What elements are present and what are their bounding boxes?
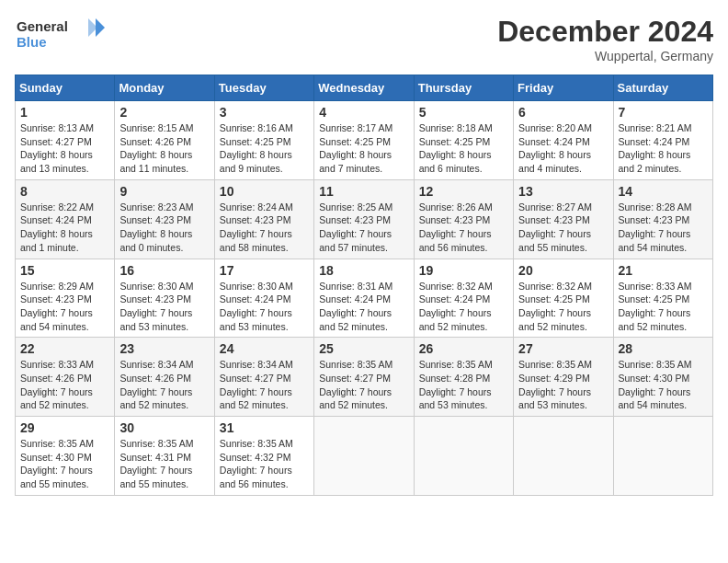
- day-number: 4: [319, 105, 408, 120]
- day-number: 16: [119, 263, 209, 278]
- calendar-cell: 14 Sunrise: 8:28 AM Sunset: 4:23 PM Dayl…: [613, 179, 712, 259]
- calendar-cell: 20 Sunrise: 8:32 AM Sunset: 4:25 PM Dayl…: [514, 259, 613, 338]
- calendar-cell: 31 Sunrise: 8:35 AM Sunset: 4:32 PM Dayl…: [214, 417, 313, 496]
- calendar-cell: 19 Sunrise: 8:32 AM Sunset: 4:24 PM Dayl…: [414, 259, 513, 338]
- calendar-cell: [514, 417, 613, 496]
- day-info: Sunrise: 8:32 AM Sunset: 4:25 PM Dayligh…: [518, 280, 608, 334]
- day-number: 1: [20, 105, 109, 120]
- day-number: 24: [220, 341, 309, 356]
- day-info: Sunrise: 8:23 AM Sunset: 4:23 PM Dayligh…: [119, 201, 209, 255]
- day-info: Sunrise: 8:34 AM Sunset: 4:26 PM Dayligh…: [119, 358, 209, 412]
- calendar-table: SundayMondayTuesdayWednesdayThursdayFrid…: [15, 75, 713, 496]
- day-number: 7: [619, 105, 708, 120]
- calendar-cell: 22 Sunrise: 8:33 AM Sunset: 4:26 PM Dayl…: [16, 338, 115, 417]
- calendar-cell: 17 Sunrise: 8:30 AM Sunset: 4:24 PM Dayl…: [214, 259, 313, 338]
- calendar-cell: 8 Sunrise: 8:22 AM Sunset: 4:24 PM Dayli…: [16, 179, 115, 259]
- header-sunday: Sunday: [16, 75, 115, 101]
- day-number: 18: [319, 263, 408, 278]
- day-number: 9: [119, 184, 209, 199]
- day-info: Sunrise: 8:21 AM Sunset: 4:24 PM Dayligh…: [619, 121, 708, 176]
- calendar-cell: [314, 417, 414, 496]
- day-info: Sunrise: 8:35 AM Sunset: 4:30 PM Dayligh…: [619, 358, 708, 412]
- day-info: Sunrise: 8:28 AM Sunset: 4:23 PM Dayligh…: [619, 201, 708, 255]
- day-info: Sunrise: 8:16 AM Sunset: 4:25 PM Dayligh…: [220, 121, 309, 176]
- calendar-cell: 28 Sunrise: 8:35 AM Sunset: 4:30 PM Dayl…: [613, 338, 712, 417]
- calendar-cell: 27 Sunrise: 8:35 AM Sunset: 4:29 PM Dayl…: [514, 338, 613, 417]
- day-number: 30: [119, 420, 209, 435]
- day-info: Sunrise: 8:17 AM Sunset: 4:25 PM Dayligh…: [319, 121, 408, 176]
- day-info: Sunrise: 8:33 AM Sunset: 4:25 PM Dayligh…: [619, 280, 708, 334]
- day-number: 5: [419, 105, 508, 120]
- calendar-cell: 10 Sunrise: 8:24 AM Sunset: 4:23 PM Dayl…: [214, 179, 313, 259]
- day-number: 25: [319, 341, 408, 356]
- calendar-cell: 3 Sunrise: 8:16 AM Sunset: 4:25 PM Dayli…: [214, 101, 313, 180]
- month-title: December 2024: [497, 15, 713, 49]
- calendar-cell: 26 Sunrise: 8:35 AM Sunset: 4:28 PM Dayl…: [414, 338, 513, 417]
- day-info: Sunrise: 8:35 AM Sunset: 4:29 PM Dayligh…: [518, 358, 608, 412]
- calendar-cell: [414, 417, 513, 496]
- day-info: Sunrise: 8:20 AM Sunset: 4:24 PM Dayligh…: [518, 121, 608, 176]
- day-info: Sunrise: 8:35 AM Sunset: 4:30 PM Dayligh…: [20, 437, 109, 491]
- calendar-cell: [613, 417, 712, 496]
- day-info: Sunrise: 8:34 AM Sunset: 4:27 PM Dayligh…: [220, 358, 309, 412]
- day-number: 22: [20, 341, 109, 356]
- day-number: 3: [220, 105, 309, 120]
- day-info: Sunrise: 8:30 AM Sunset: 4:23 PM Dayligh…: [119, 280, 209, 334]
- calendar-cell: 24 Sunrise: 8:34 AM Sunset: 4:27 PM Dayl…: [214, 338, 313, 417]
- calendar-cell: 12 Sunrise: 8:26 AM Sunset: 4:23 PM Dayl…: [414, 179, 513, 259]
- header-monday: Monday: [115, 75, 214, 101]
- day-number: 10: [220, 184, 309, 199]
- day-number: 6: [518, 105, 608, 120]
- calendar-cell: 16 Sunrise: 8:30 AM Sunset: 4:23 PM Dayl…: [115, 259, 214, 338]
- day-info: Sunrise: 8:35 AM Sunset: 4:32 PM Dayligh…: [220, 437, 309, 491]
- day-number: 2: [119, 105, 209, 120]
- day-number: 12: [419, 184, 508, 199]
- svg-text:General: General: [17, 18, 68, 34]
- day-number: 11: [319, 184, 408, 199]
- location-title: Wuppertal, Germany: [497, 49, 713, 63]
- day-info: Sunrise: 8:15 AM Sunset: 4:26 PM Dayligh…: [119, 121, 209, 176]
- day-info: Sunrise: 8:18 AM Sunset: 4:25 PM Dayligh…: [419, 121, 508, 176]
- day-info: Sunrise: 8:32 AM Sunset: 4:24 PM Dayligh…: [419, 280, 508, 334]
- header-wednesday: Wednesday: [314, 75, 414, 101]
- calendar-cell: 11 Sunrise: 8:25 AM Sunset: 4:23 PM Dayl…: [314, 179, 414, 259]
- header-friday: Friday: [514, 75, 613, 101]
- page-header: General Blue December 2024 Wuppertal, Ge…: [15, 15, 713, 63]
- day-number: 28: [619, 341, 708, 356]
- day-number: 29: [20, 420, 109, 435]
- day-info: Sunrise: 8:33 AM Sunset: 4:26 PM Dayligh…: [20, 358, 109, 412]
- day-info: Sunrise: 8:31 AM Sunset: 4:24 PM Dayligh…: [319, 280, 408, 334]
- day-number: 8: [20, 184, 109, 199]
- day-number: 15: [20, 263, 109, 278]
- day-number: 19: [419, 263, 508, 278]
- calendar-cell: 30 Sunrise: 8:35 AM Sunset: 4:31 PM Dayl…: [115, 417, 214, 496]
- day-number: 14: [619, 184, 708, 199]
- header-thursday: Thursday: [414, 75, 513, 101]
- calendar-cell: 13 Sunrise: 8:27 AM Sunset: 4:23 PM Dayl…: [514, 179, 613, 259]
- calendar-cell: 4 Sunrise: 8:17 AM Sunset: 4:25 PM Dayli…: [314, 101, 414, 180]
- day-info: Sunrise: 8:22 AM Sunset: 4:24 PM Dayligh…: [20, 201, 109, 255]
- day-info: Sunrise: 8:30 AM Sunset: 4:24 PM Dayligh…: [220, 280, 309, 334]
- svg-text:Blue: Blue: [17, 34, 47, 50]
- logo-svg: General Blue: [15, 15, 107, 53]
- calendar-cell: 1 Sunrise: 8:13 AM Sunset: 4:27 PM Dayli…: [16, 101, 115, 180]
- day-number: 26: [419, 341, 508, 356]
- calendar-cell: 2 Sunrise: 8:15 AM Sunset: 4:26 PM Dayli…: [115, 101, 214, 180]
- calendar-cell: 6 Sunrise: 8:20 AM Sunset: 4:24 PM Dayli…: [514, 101, 613, 180]
- day-info: Sunrise: 8:27 AM Sunset: 4:23 PM Dayligh…: [518, 201, 608, 255]
- logo: General Blue: [15, 15, 107, 53]
- day-number: 21: [619, 263, 708, 278]
- calendar-cell: 29 Sunrise: 8:35 AM Sunset: 4:30 PM Dayl…: [16, 417, 115, 496]
- day-info: Sunrise: 8:35 AM Sunset: 4:31 PM Dayligh…: [119, 437, 209, 491]
- header-tuesday: Tuesday: [214, 75, 313, 101]
- day-number: 27: [518, 341, 608, 356]
- calendar-cell: 21 Sunrise: 8:33 AM Sunset: 4:25 PM Dayl…: [613, 259, 712, 338]
- calendar-cell: 5 Sunrise: 8:18 AM Sunset: 4:25 PM Dayli…: [414, 101, 513, 180]
- day-info: Sunrise: 8:35 AM Sunset: 4:27 PM Dayligh…: [319, 358, 408, 412]
- day-info: Sunrise: 8:13 AM Sunset: 4:27 PM Dayligh…: [20, 121, 109, 176]
- calendar-cell: 25 Sunrise: 8:35 AM Sunset: 4:27 PM Dayl…: [314, 338, 414, 417]
- calendar-cell: 9 Sunrise: 8:23 AM Sunset: 4:23 PM Dayli…: [115, 179, 214, 259]
- day-info: Sunrise: 8:26 AM Sunset: 4:23 PM Dayligh…: [419, 201, 508, 255]
- day-info: Sunrise: 8:29 AM Sunset: 4:23 PM Dayligh…: [20, 280, 109, 334]
- day-number: 23: [119, 341, 209, 356]
